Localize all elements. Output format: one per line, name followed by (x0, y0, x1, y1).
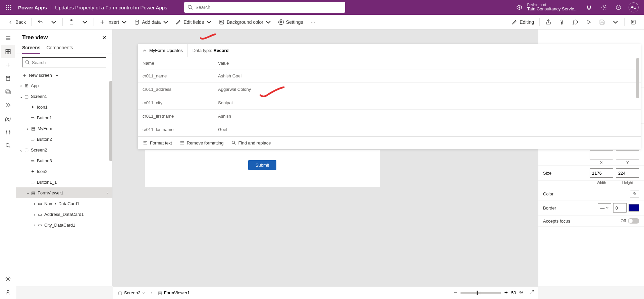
help-icon[interactable] (612, 1, 625, 14)
insert-button[interactable]: Insert (97, 16, 130, 28)
format-text-button[interactable]: Format text (143, 140, 172, 145)
settings-button[interactable]: Settings (275, 16, 306, 28)
close-panel-icon[interactable]: ✕ (102, 35, 106, 41)
result-row[interactable]: cr011_citySonipat (138, 96, 641, 110)
zoom-in-icon[interactable]: + (504, 289, 508, 296)
height-input[interactable]: 224 (616, 168, 639, 178)
breadcrumb-screen[interactable]: ▢Screen2 (116, 290, 148, 296)
result-row[interactable]: cr011_firstnameAshish (138, 110, 641, 123)
environment-picker[interactable]: Environment Tata Consultancy Servic... (527, 3, 578, 11)
data-rail-icon[interactable] (1, 72, 15, 85)
virtual-agent-icon[interactable] (1, 286, 15, 299)
paste-button[interactable] (65, 16, 77, 28)
result-row[interactable]: cr011_nameAshish Goel (138, 69, 641, 83)
save-more-chevron[interactable] (609, 16, 622, 28)
tree-node-screen1[interactable]: ⌄▢Screen1 (16, 91, 112, 102)
svg-rect-20 (7, 91, 10, 94)
share-icon[interactable] (542, 16, 554, 28)
tree-node-button1[interactable]: ▭Button1 (16, 112, 112, 123)
zoom-slider[interactable] (461, 292, 501, 294)
tree-scrollbar[interactable] (109, 80, 112, 286)
tree-node-icon2[interactable]: ✦Icon2 (16, 166, 112, 177)
tree-node-button2[interactable]: ▭Button2 (16, 134, 112, 144)
color-picker-icon[interactable]: ✎ (630, 190, 639, 197)
result-col-value: Value (213, 57, 641, 69)
edit-fields-button[interactable]: Edit fields (173, 16, 215, 28)
position-y-input[interactable] (616, 151, 639, 160)
left-nav-rail: (x) (0, 29, 16, 299)
tree-node-formviewer1[interactable]: ⌄▤FormViewer1⋯ (16, 187, 112, 198)
undo-button[interactable] (34, 16, 46, 28)
border-width-input[interactable]: 0 (613, 203, 627, 213)
position-x-input[interactable] (590, 151, 613, 160)
svg-point-9 (603, 7, 605, 8)
user-avatar[interactable]: AG (629, 2, 639, 12)
find-replace-button[interactable]: Find and replace (231, 140, 271, 145)
svg-point-15 (220, 21, 221, 22)
breadcrumb-control[interactable]: ▤FormViewer1 (156, 290, 192, 296)
accepts-focus-toggle[interactable] (628, 218, 639, 224)
tab-components[interactable]: Components (46, 45, 73, 54)
save-icon[interactable] (596, 16, 608, 28)
undo-more-chevron[interactable] (48, 16, 60, 28)
fit-to-window-icon[interactable] (529, 290, 535, 296)
settings-rail-icon[interactable] (1, 272, 15, 286)
bg-color-label: Background color (227, 19, 263, 25)
comments-icon[interactable] (569, 16, 581, 28)
form-canvas[interactable]: Submit (145, 150, 380, 187)
tree-node-myform[interactable]: ›▤MyForm (16, 123, 112, 134)
editing-mode-button[interactable]: Editing (509, 16, 537, 28)
settings-gear-icon[interactable] (597, 1, 610, 14)
tree-search-input[interactable] (32, 60, 103, 65)
notifications-icon[interactable] (582, 1, 596, 14)
preview-icon[interactable] (583, 16, 595, 28)
result-header-expr[interactable]: MyForm.Updates (138, 44, 188, 57)
svg-point-2 (10, 5, 11, 6)
submit-button[interactable]: Submit (248, 160, 276, 170)
tree-view-icon[interactable] (1, 45, 15, 58)
app-title: Updates Property of a Form control in Po… (55, 5, 167, 10)
hamburger-icon[interactable] (1, 32, 15, 45)
search-input[interactable] (196, 5, 342, 10)
tree-node-address-datacard[interactable]: ›▭Address_DataCard1 (16, 209, 112, 220)
app-launcher-icon[interactable] (3, 2, 14, 13)
result-row[interactable]: cr011_lastnameGoel (138, 123, 641, 136)
publish-icon[interactable] (627, 16, 639, 28)
back-label: Back (15, 19, 26, 25)
result-row[interactable]: cr011_addressAggarwal Colony (138, 83, 641, 96)
tree-node-button1-1[interactable]: ▭Button1_1 (16, 177, 112, 187)
editing-label: Editing (520, 19, 534, 25)
border-color-swatch[interactable] (629, 204, 639, 212)
media-rail-icon[interactable] (1, 85, 15, 99)
insert-label: Insert (107, 19, 119, 25)
result-scrollbar[interactable] (636, 58, 640, 135)
tree-node-city-datacard[interactable]: ›▭City_DataCard1 (16, 220, 112, 230)
tab-screens[interactable]: Screens (22, 45, 40, 54)
flows-rail-icon[interactable] (1, 99, 15, 112)
search-rail-icon[interactable] (1, 139, 15, 152)
border-style-dropdown[interactable]: — (598, 203, 611, 212)
app-checker-icon[interactable] (556, 16, 568, 28)
variables-rail-icon[interactable]: (x) (1, 112, 15, 125)
zoom-out-icon[interactable]: − (454, 289, 458, 296)
search-box[interactable] (184, 2, 345, 13)
product-name[interactable]: Power Apps (18, 5, 47, 10)
tree-node-button3[interactable]: ▭Button3 (16, 155, 112, 166)
environment-value: Tata Consultancy Servic... (527, 7, 578, 11)
tools-rail-icon[interactable] (1, 125, 15, 139)
tree-node-screen2[interactable]: ⌄▢Screen2 (16, 144, 112, 155)
remove-formatting-button[interactable]: Remove formatting (179, 140, 224, 145)
add-data-button[interactable]: Add data (131, 16, 171, 28)
environment-icon[interactable] (513, 1, 526, 14)
more-commands-icon[interactable]: ⋯ (307, 16, 319, 28)
back-button[interactable]: Back (5, 16, 29, 28)
tree-node-name-datacard[interactable]: ›▭Name_DataCard1 (16, 198, 112, 209)
tree-node-icon1[interactable]: ✦Icon1 (16, 102, 112, 112)
tree-node-app[interactable]: ›⊞App (16, 80, 112, 91)
width-input[interactable]: 1176 (590, 168, 613, 178)
bg-color-button[interactable]: Background color (216, 16, 274, 28)
tree-search-box[interactable] (22, 57, 106, 67)
insert-rail-icon[interactable] (1, 58, 15, 72)
new-screen-button[interactable]: New screen (16, 71, 112, 80)
paste-more-chevron[interactable] (79, 16, 91, 28)
